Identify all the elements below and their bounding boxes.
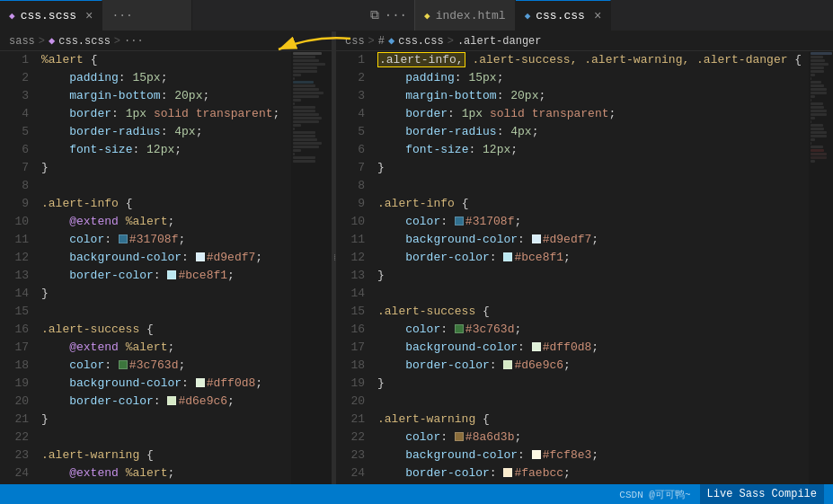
ln-20: 20 bbox=[5, 393, 29, 411]
tab-label-css-css: css.css bbox=[536, 9, 585, 22]
code-line-r2: padding: 15px; bbox=[377, 69, 802, 87]
code-line-l10: @extend %alert; bbox=[41, 213, 284, 231]
ln-10: 10 bbox=[5, 213, 29, 231]
code-line-r18: border-color: #d6e9c6; bbox=[377, 357, 802, 375]
more-actions-icon[interactable]: ··· bbox=[385, 8, 407, 22]
crumb-sass: sass bbox=[9, 35, 35, 48]
left-code-area[interactable]: 1 2 3 4 5 6 7 8 9 10 11 12 13 14 15 16 1 bbox=[0, 51, 332, 484]
swatch-r17 bbox=[532, 342, 541, 351]
split-icon[interactable]: ⧉ bbox=[370, 8, 379, 22]
rln-3: 3 bbox=[341, 87, 365, 105]
crumb-sep1: > bbox=[39, 35, 45, 48]
tab-css-scss[interactable]: ◆ css.scss × bbox=[0, 0, 102, 31]
code-line-l22 bbox=[41, 429, 284, 447]
code-line-l4: border: 1px solid transparent; bbox=[41, 105, 284, 123]
crumb-r-css-icon: ◆ bbox=[388, 34, 394, 48]
code-line-l20: border-color: #d6e9c6; bbox=[41, 393, 284, 411]
ln-1: 1 bbox=[5, 51, 29, 69]
crumb-r-filename: css.css bbox=[398, 35, 443, 48]
rln-19: 19 bbox=[341, 375, 365, 393]
ln-22: 22 bbox=[5, 429, 29, 447]
code-line-l7: } bbox=[41, 159, 284, 177]
crumb-sep2: > bbox=[114, 35, 120, 48]
code-line-l24: @extend %alert; bbox=[41, 464, 284, 482]
ln-9: 9 bbox=[5, 195, 29, 213]
code-line-r21: .alert-warning { bbox=[377, 411, 802, 429]
ln-14: 14 bbox=[5, 285, 29, 303]
code-line-l12: background-color: #d9edf7; bbox=[41, 249, 284, 267]
right-line-numbers: 1 2 3 4 5 6 7 8 9 10 11 12 13 14 15 16 1 bbox=[336, 51, 370, 484]
code-line-l16: .alert-success { bbox=[41, 321, 284, 339]
rln-8: 8 bbox=[341, 177, 365, 195]
rln-21: 21 bbox=[341, 411, 365, 429]
swatch-l13 bbox=[167, 270, 176, 279]
crumb-filename: css.scss bbox=[58, 35, 111, 48]
code-line-r24: border-color: #faebcc; bbox=[377, 464, 802, 482]
code-line-l2: padding: 15px; bbox=[41, 69, 284, 87]
code-line-r14 bbox=[377, 285, 802, 303]
code-line-r10: color: #31708f; bbox=[377, 213, 802, 231]
ln-17: 17 bbox=[5, 339, 29, 357]
rln-7: 7 bbox=[341, 159, 365, 177]
rln-1: 1 bbox=[341, 51, 365, 69]
rln-23: 23 bbox=[341, 447, 365, 464]
right-code-area[interactable]: 1 2 3 4 5 6 7 8 9 10 11 12 13 14 15 16 1 bbox=[336, 51, 833, 484]
ln-18: 18 bbox=[5, 357, 29, 375]
rln-24: 24 bbox=[341, 464, 365, 482]
swatch-l20 bbox=[167, 396, 176, 405]
tab-css-css[interactable]: ◆ css.css × bbox=[516, 0, 612, 31]
code-line-l14: } bbox=[41, 285, 284, 303]
code-line-l11: color: #31708f; bbox=[41, 231, 284, 249]
sass-icon: ◆ bbox=[9, 10, 15, 22]
rln-11: 11 bbox=[341, 231, 365, 249]
swatch-r18 bbox=[503, 360, 512, 369]
swatch-r12 bbox=[503, 252, 512, 261]
html-icon: ◆ bbox=[424, 10, 430, 22]
swatch-r11 bbox=[532, 234, 541, 243]
code-line-l19: background-color: #dff0d8; bbox=[41, 375, 284, 393]
code-line-l6: font-size: 12px; bbox=[41, 141, 284, 159]
swatch-r10 bbox=[455, 217, 464, 225]
rln-22: 22 bbox=[341, 429, 365, 447]
tab-more-left[interactable]: ··· bbox=[102, 0, 192, 31]
rln-14: 14 bbox=[341, 285, 365, 303]
code-line-l13: border-color: #bce8f1; bbox=[41, 267, 284, 285]
right-minimap bbox=[809, 51, 833, 484]
crumb-dots: ··· bbox=[124, 35, 144, 48]
left-tab-bar: ◆ css.scss × ··· ⧉ ··· ◆ index.html ◆ cs… bbox=[0, 0, 833, 31]
right-editor-pane: css > # ◆ css.css > .alert-danger 1 2 3 … bbox=[336, 31, 833, 484]
swatch-l19 bbox=[196, 378, 205, 387]
code-line-r12: border-color: #bce8f1; bbox=[377, 249, 802, 267]
ln-6: 6 bbox=[5, 141, 29, 159]
rln-4: 4 bbox=[341, 105, 365, 123]
tab-index-html[interactable]: ◆ index.html bbox=[415, 0, 516, 31]
live-sass-label: Live Sass Compile bbox=[707, 488, 817, 500]
swatch-l12 bbox=[196, 252, 205, 261]
ln-12: 12 bbox=[5, 249, 29, 267]
rln-13: 13 bbox=[341, 267, 365, 285]
rln-15: 15 bbox=[341, 303, 365, 321]
ln-16: 16 bbox=[5, 321, 29, 339]
rln-6: 6 bbox=[341, 141, 365, 159]
ln-8: 8 bbox=[5, 177, 29, 195]
highlighted-selector: .alert-info, bbox=[377, 52, 465, 67]
ln-24: 24 bbox=[5, 464, 29, 482]
code-line-r8 bbox=[377, 177, 802, 195]
left-breadcrumb: sass > ◆ css.scss > ··· bbox=[0, 31, 332, 51]
tab-label-css-scss: css.scss bbox=[21, 9, 76, 22]
tab-label-index-html: index.html bbox=[436, 9, 506, 22]
code-line-l15 bbox=[41, 303, 284, 321]
editors-container: sass > ◆ css.scss > ··· 1 2 3 4 5 6 7 8 bbox=[0, 31, 833, 484]
close-tab-css-icon[interactable]: × bbox=[594, 10, 601, 22]
close-tab-icon[interactable]: × bbox=[85, 10, 93, 22]
right-code-lines: .alert-info, .alert-success, .alert-warn… bbox=[370, 51, 809, 484]
left-line-numbers: 1 2 3 4 5 6 7 8 9 10 11 12 13 14 15 16 1 bbox=[0, 51, 34, 484]
swatch-l18 bbox=[119, 360, 128, 369]
crumb-r-css: css bbox=[345, 35, 365, 48]
live-sass-status[interactable]: Live Sass Compile bbox=[700, 484, 824, 504]
swatch-r23 bbox=[532, 450, 541, 459]
code-line-l17: @extend %alert; bbox=[41, 339, 284, 357]
css-icon: ◆ bbox=[525, 10, 531, 22]
code-line-r17: background-color: #dff0d8; bbox=[377, 339, 802, 357]
ln-3: 3 bbox=[5, 87, 29, 105]
